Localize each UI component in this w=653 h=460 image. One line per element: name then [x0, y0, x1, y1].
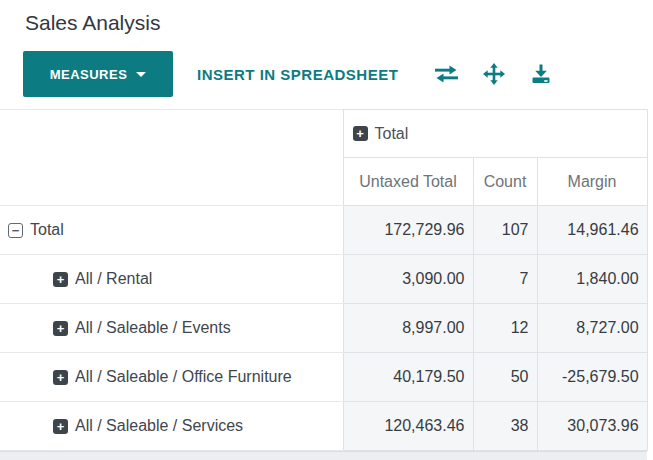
flip-axis-glyph [434, 65, 459, 83]
column-group-label: Total [375, 125, 409, 143]
cell-margin: 14,961.46 [537, 206, 647, 255]
expand-row-icon[interactable]: + [53, 370, 68, 385]
expand-row-icon[interactable]: + [53, 419, 68, 434]
row-header-all-rental[interactable]: + All / Rental [0, 255, 343, 304]
row-label-text: All / Saleable / Events [75, 319, 231, 337]
expand-row-icon[interactable]: + [53, 272, 68, 287]
cell-untaxed-total: 172,729.96 [343, 206, 473, 255]
pivot-toolbar: MEASURES INSERT IN SPREADSHEET [23, 51, 653, 97]
row-label-text: All / Rental [75, 270, 152, 288]
next-row-partial-strip [0, 451, 647, 460]
cell-margin: 1,840.00 [537, 255, 647, 304]
row-header-all-saleable-services[interactable]: + All / Saleable / Services [0, 402, 343, 451]
insert-in-spreadsheet-button[interactable]: INSERT IN SPREADSHEET [197, 66, 398, 83]
column-group-header-row: + Total [0, 110, 647, 158]
cell-untaxed-total: 120,463.46 [343, 402, 473, 451]
caret-down-icon [136, 72, 146, 77]
row-header-total[interactable]: − Total [0, 206, 343, 255]
flip-axis-icon[interactable] [434, 65, 459, 83]
measure-header-margin[interactable]: Margin [537, 158, 647, 206]
table-row: + All / Saleable / Office Furniture 40,1… [0, 353, 647, 402]
pivot-table-container: + Total Untaxed Total Count Margin − [0, 109, 647, 460]
table-row: + All / Saleable / Services 120,463.46 3… [0, 402, 647, 451]
cell-untaxed-total: 40,179.50 [343, 353, 473, 402]
cell-margin: 8,727.00 [537, 304, 647, 353]
cell-untaxed-total: 3,090.00 [343, 255, 473, 304]
download-glyph [531, 64, 551, 84]
sales-analysis-pivot-view: Sales Analysis MEASURES INSERT IN SPREAD… [0, 0, 653, 460]
collapse-row-icon[interactable]: − [8, 223, 23, 238]
pivot-table: + Total Untaxed Total Count Margin − [0, 109, 648, 451]
expand-row-icon[interactable]: + [53, 321, 68, 336]
four-arrows-glyph [483, 63, 505, 85]
expand-column-icon[interactable]: + [353, 126, 368, 141]
cell-untaxed-total: 8,997.00 [343, 304, 473, 353]
cell-margin: -25,679.50 [537, 353, 647, 402]
cell-margin: 30,073.96 [537, 402, 647, 451]
row-label-text: All / Saleable / Services [75, 417, 243, 435]
table-row: + All / Rental 3,090.00 7 1,840.00 [0, 255, 647, 304]
table-row: − Total 172,729.96 107 14,961.46 [0, 206, 647, 255]
cell-count: 12 [473, 304, 537, 353]
row-label-text: All / Saleable / Office Furniture [75, 368, 292, 386]
row-header-all-saleable-events[interactable]: + All / Saleable / Events [0, 304, 343, 353]
measure-header-untaxed-total[interactable]: Untaxed Total [343, 158, 473, 206]
table-row: + All / Saleable / Events 8,997.00 12 8,… [0, 304, 647, 353]
cell-count: 107 [473, 206, 537, 255]
download-icon[interactable] [531, 64, 551, 84]
row-header-all-saleable-office-furniture[interactable]: + All / Saleable / Office Furniture [0, 353, 343, 402]
column-group-total-header[interactable]: + Total [343, 110, 647, 158]
row-label-text: Total [30, 221, 64, 239]
measures-button-label: MEASURES [50, 67, 128, 82]
expand-all-icon[interactable] [483, 63, 505, 85]
measure-header-count[interactable]: Count [473, 158, 537, 206]
cell-count: 7 [473, 255, 537, 304]
corner-cell [0, 110, 343, 206]
cell-count: 38 [473, 402, 537, 451]
cell-count: 50 [473, 353, 537, 402]
page-title: Sales Analysis [0, 0, 653, 36]
measures-button[interactable]: MEASURES [23, 51, 173, 97]
